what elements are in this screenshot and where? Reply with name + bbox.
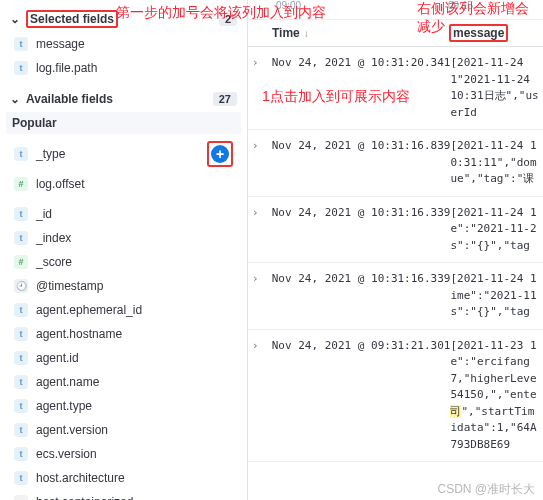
timeline-tick: 09:15 [448,0,473,11]
table-row: ›Nov 24, 2021 @ 09:31:21.301[2021-11-23 … [248,330,543,463]
field-name-label: @timestamp [36,279,233,293]
time-cell: Nov 24, 2021 @ 09:31:21.301 [272,338,451,454]
expand-row-icon[interactable]: › [252,205,272,255]
type-text-icon: t [14,147,28,161]
type-text-icon: t [14,351,28,365]
expand-row-icon[interactable]: › [252,271,272,321]
message-cell: [2021-11-24 1ime":"2021-11s":"{}","tag [450,271,539,321]
field-row[interactable]: tagent.type [10,394,237,418]
add-field-button[interactable]: + [211,145,229,163]
expand-row-icon[interactable]: › [252,338,272,454]
field-row[interactable]: tagent.name [10,370,237,394]
popular-group-header: Popular [6,112,241,134]
time-cell: Nov 24, 2021 @ 10:31:16.339 [272,205,451,255]
add-field-highlight: + [207,141,233,167]
field-name-label: message [36,37,233,51]
field-row[interactable]: thost.architecture [10,466,237,490]
field-row[interactable]: 🕘@timestamp [10,274,237,298]
expand-row-icon[interactable]: › [252,55,272,121]
field-name-label: agent.id [36,351,233,365]
sidebar: ⌄ Selected fields 2 tmessagetlog.file.pa… [0,0,248,500]
type-date-icon: 🕘 [14,279,28,293]
table-body: ›Nov 24, 2021 @ 10:31:20.341[2021-11-24 … [248,47,543,500]
type-number-icon: # [14,255,28,269]
message-cell: [2021-11-24 10:31:11","domue","tag":"课 [450,138,539,188]
field-row[interactable]: t_index [10,226,237,250]
message-cell: [2021-11-24 1"2021-11-24 10:31日志","userI… [450,55,539,121]
type-text-icon: t [14,471,28,485]
type-unknown-icon: • [14,495,28,500]
popular-label: Popular [12,116,57,130]
type-text-icon: t [14,327,28,341]
field-name-label: agent.name [36,375,233,389]
available-fields-count: 27 [213,92,237,106]
field-name-label: host.containerized [36,495,233,500]
time-cell: Nov 24, 2021 @ 10:31:16.839 [272,138,451,188]
field-row[interactable]: t_id [10,202,237,226]
table-header-row: Time ↓ message [248,20,543,47]
type-text-icon: t [14,231,28,245]
field-row[interactable]: tlog.file.path [10,56,237,80]
time-cell: Nov 24, 2021 @ 10:31:16.339 [272,271,451,321]
table-row: ›Nov 24, 2021 @ 10:31:16.339[2021-11-24 … [248,263,543,330]
selected-fields-count: 2 [219,12,237,26]
field-name-label: agent.hostname [36,327,233,341]
field-name-label: agent.ephemeral_id [36,303,233,317]
sort-down-icon: ↓ [304,28,309,39]
timeline-tick: 09:00 [276,0,301,11]
field-row[interactable]: tagent.id [10,346,237,370]
field-row[interactable]: tagent.hostname [10,322,237,346]
field-name-label: log.file.path [36,61,233,75]
field-name-label: host.architecture [36,471,233,485]
time-cell: Nov 24, 2021 @ 10:31:20.341 [272,55,451,121]
selected-fields-label: Selected fields [26,10,118,28]
table-row: ›Nov 24, 2021 @ 10:31:16.839[2021-11-24 … [248,130,543,197]
field-row[interactable]: tecs.version [10,442,237,466]
selected-fields-header[interactable]: ⌄ Selected fields 2 [10,6,237,32]
field-name-label: _type [36,147,199,161]
table-row: ›Nov 24, 2021 @ 10:31:20.341[2021-11-24 … [248,47,543,130]
chevron-down-icon: ⌄ [10,12,20,26]
field-name-label: agent.version [36,423,233,437]
type-text-icon: t [14,375,28,389]
time-column-header[interactable]: Time ↓ [272,26,449,40]
type-text-icon: t [14,37,28,51]
field-row[interactable]: #log.offset [10,172,237,196]
field-name-label: _index [36,231,233,245]
field-name-label: _score [36,255,233,269]
type-text-icon: t [14,303,28,317]
field-row[interactable]: t_type+ [10,136,237,172]
type-text-icon: t [14,61,28,75]
field-row[interactable]: tagent.version [10,418,237,442]
table-row: ›Nov 24, 2021 @ 10:31:16.339[2021-11-24 … [248,197,543,264]
chevron-down-icon: ⌄ [10,92,20,106]
field-name-label: log.offset [36,177,233,191]
field-row[interactable]: tagent.ephemeral_id [10,298,237,322]
field-name-label: agent.type [36,399,233,413]
type-text-icon: t [14,207,28,221]
watermark: CSDN @准时长大 [437,481,535,498]
available-fields-header[interactable]: ⌄ Available fields 27 [10,88,237,110]
type-text-icon: t [14,423,28,437]
type-text-icon: t [14,447,28,461]
type-number-icon: # [14,177,28,191]
field-name-label: ecs.version [36,447,233,461]
message-column-header[interactable]: message [449,26,539,40]
field-row[interactable]: •host.containerized [10,490,237,500]
field-row[interactable]: #_score [10,250,237,274]
message-cell: [2021-11-24 1e":"2021-11-2s":"{}","tag [450,205,539,255]
expand-row-icon[interactable]: › [252,138,272,188]
type-text-icon: t [14,399,28,413]
message-cell: [2021-11-23 1e":"ercifang7,"higherLeve54… [450,338,539,454]
main-panel: 09:00 09:15 Time ↓ message ›Nov 24, 2021… [248,0,543,500]
field-name-label: _id [36,207,233,221]
available-fields-label: Available fields [26,92,113,106]
field-row[interactable]: tmessage [10,32,237,56]
timeline-axis: 09:00 09:15 [248,0,543,20]
